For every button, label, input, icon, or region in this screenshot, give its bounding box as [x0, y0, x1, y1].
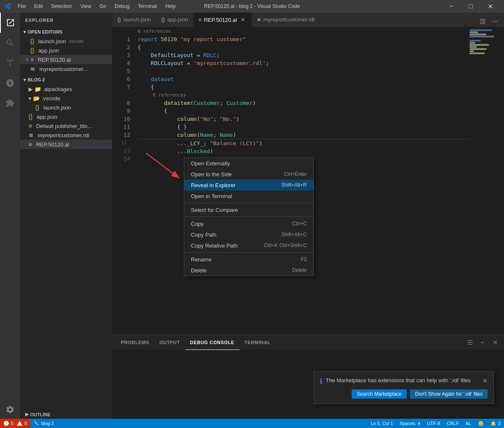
tab-app-json[interactable]: {} app.json: [157, 13, 193, 27]
json-file-icon-2: {}: [30, 47, 34, 54]
status-branch[interactable]: blog 2: [30, 419, 57, 428]
blog2-section[interactable]: ▾ Blog 2: [20, 75, 112, 84]
source-control-activity-icon[interactable]: [0, 53, 20, 73]
status-encoding[interactable]: UTF-8: [424, 419, 444, 428]
status-spaces[interactable]: Spaces: 4: [397, 419, 424, 428]
status-feedback[interactable]: 😊: [475, 419, 487, 428]
vscode-folder[interactable]: ▾ 📂 .vscode: [20, 94, 112, 103]
menu-selection[interactable]: Selection: [48, 3, 75, 10]
status-language[interactable]: AL: [462, 419, 474, 428]
menu-terminal[interactable]: Terminal: [135, 3, 160, 10]
myreportcustomer-rdl-file[interactable]: ≋ myreportcustomer.rdl: [20, 130, 112, 140]
code-line-1: report 50120 "my report customer": [138, 35, 498, 43]
open-editor-launch-json[interactable]: {} launch.json .vscode: [20, 37, 112, 46]
panel-list-view-button[interactable]: [465, 337, 475, 348]
tab-myreportcustomer[interactable]: ≋ myreportcustomer.rdl: [252, 13, 320, 27]
code-line-3: DefaultLayout = RDLC;: [138, 51, 498, 59]
tab-icon-rep50120: ≡: [198, 17, 201, 23]
tab-icon-launch-json: {}: [118, 17, 121, 23]
open-editor-rep50120[interactable]: ✕ ≡ REP.50120.al: [20, 55, 112, 64]
minimap: [469, 27, 498, 335]
context-menu-delete[interactable]: Delete Delete: [184, 265, 313, 276]
code-line-11: { }: [138, 123, 498, 131]
status-errors[interactable]: 0 0: [0, 419, 30, 428]
code-line-6: dataset: [138, 75, 498, 83]
context-menu-select-compare[interactable]: Select for Compare: [184, 204, 313, 215]
settings-activity-icon[interactable]: [5, 405, 15, 415]
search-activity-icon[interactable]: [0, 33, 20, 53]
minimize-button[interactable]: −: [442, 0, 461, 13]
context-menu-open-terminal[interactable]: Open in Terminal: [184, 191, 313, 201]
menu-file[interactable]: File: [14, 3, 29, 10]
al-tree-icon: ≡: [29, 141, 32, 148]
sidebar: Explorer ▾ Open Editors {} launch.json .…: [20, 13, 112, 419]
json-file-icon: {}: [30, 38, 34, 44]
outline-section[interactable]: ▶ Outline: [20, 410, 112, 419]
titlebar-left: File Edit Selection View Go Debug Termin…: [4, 3, 179, 10]
close-editor-icon[interactable]: ✕: [25, 57, 29, 63]
close-window-button[interactable]: ✕: [480, 0, 500, 13]
info-icon: ℹ: [320, 377, 322, 385]
rep50120-al-file[interactable]: ≡ REP.50120.al: [20, 140, 112, 149]
context-menu-separator-3: [184, 252, 313, 253]
more-actions-button[interactable]: [490, 16, 501, 27]
menu-edit[interactable]: Edit: [31, 3, 46, 10]
tab-icon-app-json: {}: [162, 17, 165, 23]
context-menu-copy[interactable]: Copy Ctrl+C: [184, 218, 313, 229]
menu-view[interactable]: View: [77, 3, 94, 10]
notification-text: The Marketplace has extensions that can …: [326, 377, 479, 384]
panel-collapse-button[interactable]: [477, 337, 488, 348]
app-json-file[interactable]: {} app.json: [20, 112, 112, 121]
tab-launch-json[interactable]: {} launch.json: [112, 13, 157, 27]
explorer-activity-icon[interactable]: [0, 13, 20, 33]
status-position[interactable]: Ln 5, Col 1: [367, 419, 396, 428]
code-line-2: {: [138, 43, 498, 51]
context-menu-open-side[interactable]: Open to the Side Ctrl+Enter: [184, 169, 313, 180]
code-line-9: {: [138, 107, 498, 115]
dont-show-again-button[interactable]: Don't Show Again for '.rdl' files: [410, 389, 488, 399]
code-line-12: column(Name; Name): [138, 131, 498, 139]
launch-json-file[interactable]: {} launch.json: [20, 103, 112, 112]
context-menu-reveal-explorer[interactable]: Reveal in Explorer Shift+Alt+R: [184, 180, 313, 191]
tab-debug-console[interactable]: DEBUG CONSOLE: [185, 335, 240, 350]
code-line-4: RDLCLayout = 'myreportcustomer.rdl';: [138, 59, 498, 67]
context-menu-open-externally[interactable]: Open Externally: [184, 158, 313, 169]
tab-output[interactable]: OUTPUT: [154, 335, 185, 350]
code-line-balance: ..._LCY_; "Balance (LCY)"): [138, 139, 498, 147]
open-editors-section[interactable]: ▾ Open Editors: [20, 27, 112, 37]
code-line-5: [138, 67, 498, 75]
status-notifications[interactable]: 🔔 2: [487, 419, 504, 428]
context-menu-copy-path[interactable]: Copy Path Shift+Alt+C: [184, 229, 313, 240]
menu-help[interactable]: Help: [162, 3, 179, 10]
open-editor-myreportcustomer[interactable]: ≋ myreportcustomer...: [20, 64, 112, 73]
tab-problems[interactable]: PROBLEMS: [116, 335, 154, 350]
notification-header: ℹ The Marketplace has extensions that ca…: [320, 377, 488, 385]
tabs-bar: {} launch.json {} app.json ≡ REP.50120.a…: [112, 13, 504, 27]
status-eol[interactable]: CRLF: [444, 419, 462, 428]
menu-go[interactable]: Go: [96, 3, 110, 10]
debug-activity-icon[interactable]: [0, 73, 20, 93]
code-editor[interactable]: 1 2 3 4 5 6 7 8 9 10 11 12 12 13 14 0 re…: [112, 27, 504, 335]
alpackages-folder[interactable]: ▶ 📁 .alpackages: [20, 84, 112, 94]
panel-close-button[interactable]: [490, 337, 501, 348]
code-line-8: dataitem(Customer; Customer): [138, 99, 498, 107]
tab-rep50120[interactable]: ≡ REP.50120.al ✕: [193, 13, 252, 27]
tab-terminal[interactable]: TERMINAL: [240, 335, 276, 350]
context-menu-rename[interactable]: Rename F2: [184, 254, 313, 265]
tab-icon-rdl: ≋: [257, 17, 261, 23]
folder-open-icon: 📂: [33, 95, 40, 102]
menu-debug[interactable]: Debug: [111, 3, 133, 10]
search-marketplace-button[interactable]: Search Marketplace: [352, 389, 407, 399]
context-menu-copy-relative-path[interactable]: Copy Relative Path Ctrl+K Ctrl+Shift+C: [184, 240, 313, 251]
maximize-button[interactable]: □: [461, 0, 480, 13]
split-editor-button[interactable]: [477, 16, 488, 27]
tab-close-rep50120[interactable]: ✕: [240, 16, 246, 23]
default-publisher-file[interactable]: ≡ Default publisher_blo...: [20, 121, 112, 130]
open-editor-app-json[interactable]: {} app.json: [20, 46, 112, 55]
window-title: REP.50120.al - blog 2 - Visual Studio Co…: [204, 3, 300, 9]
notification-buttons: Search Marketplace Don't Show Again for …: [320, 389, 488, 399]
extensions-activity-icon[interactable]: [0, 93, 20, 113]
notification-close-button[interactable]: ✕: [482, 377, 488, 385]
panel-actions: [465, 337, 501, 348]
context-menu-separator-1: [184, 203, 313, 203]
